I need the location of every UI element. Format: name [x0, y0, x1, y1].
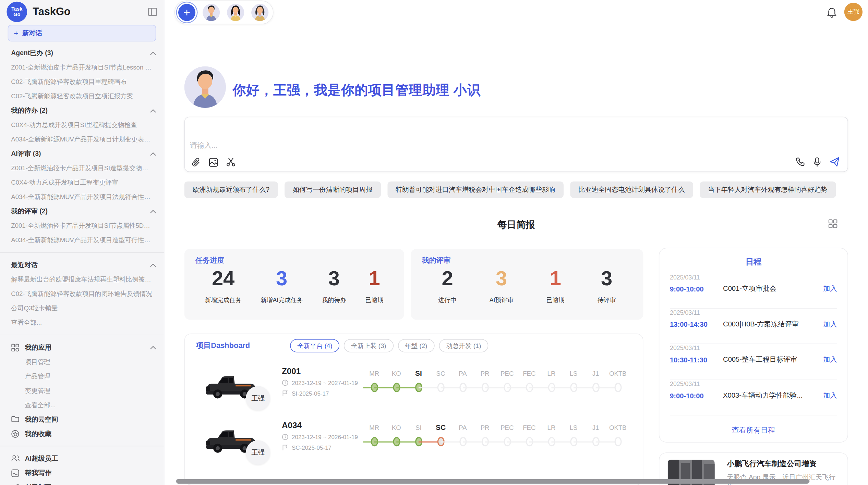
suggestion-chip[interactable]: 如何写一份清晰的项目周报: [285, 182, 381, 198]
sidebar-task-item[interactable]: A034-全新新能源MUV产品开发项目法规符合性评审: [0, 190, 164, 204]
milestone-label: PA: [452, 369, 474, 378]
sidebar-section-header[interactable]: 我的评审 (2): [0, 204, 164, 219]
schedule-title: 日程: [659, 257, 847, 267]
daily-brief-title: 每日简报: [184, 219, 848, 231]
people-icon: [11, 455, 19, 463]
phone-icon[interactable]: [796, 157, 805, 166]
project-flag-milestone: SC-2025-05-17: [282, 444, 358, 451]
chat-input-box[interactable]: 请输入...: [184, 117, 848, 172]
sidebar-task-item[interactable]: C02-飞腾新能源轻客改款项目里程碑画布: [0, 75, 164, 89]
input-left-toolbar: [192, 157, 236, 167]
tool-label: 帮我写作: [25, 468, 156, 477]
user-avatar[interactable]: 王强: [844, 3, 863, 21]
dashboard-filter-chip[interactable]: 全新上装 (3): [344, 339, 393, 352]
sidebar-app-item[interactable]: 产品管理: [0, 369, 164, 383]
event-join-link[interactable]: 加入: [823, 284, 837, 294]
project-name[interactable]: Z001: [282, 366, 358, 375]
chevron-up-icon: [150, 152, 156, 156]
project-row: 王强Z0012023-12-19 ~ 2027-01-19SI-2025-05-…: [185, 362, 643, 416]
milestone-dot-OKTB: [614, 383, 622, 392]
sidebar-task-item[interactable]: Z001-全新燃油轻卡产品开发项目SI节点属性5D文件评审: [0, 219, 164, 233]
sidebar-tool-people-icon[interactable]: AI超级员工: [0, 451, 164, 466]
notification-bell-icon[interactable]: [827, 7, 837, 18]
send-icon[interactable]: [829, 157, 840, 167]
mic-icon[interactable]: [813, 157, 822, 167]
milestone-label: FEC: [518, 369, 541, 378]
sidebar-task-item[interactable]: C0X4-动力总成开发项目SI里程碑提交物检查: [0, 118, 164, 132]
sidebar-my-apps[interactable]: 我的应用: [0, 340, 164, 355]
stat-value: 24: [205, 266, 242, 291]
sidebar-link-cloud-folder-icon[interactable]: 我的云空间: [0, 412, 164, 426]
suggestion-chip[interactable]: 欧洲新规最近颁布了什么?: [184, 182, 278, 198]
sidebar-section-header[interactable]: Agent已办 (3): [0, 46, 164, 60]
section-label: 我的应用: [25, 343, 150, 352]
view-all-schedule-link[interactable]: 查看所有日程: [659, 425, 847, 435]
cloud-folder-icon: [11, 415, 19, 423]
sidebar-recent-item[interactable]: 查看全部...: [0, 315, 164, 329]
project-owner-badge: 王强: [246, 440, 270, 464]
stat-item: 3AI预评审: [490, 266, 514, 304]
dashboard-filter-chip[interactable]: 动总开发 (1): [439, 339, 488, 352]
section-label: Agent已办 (3): [11, 48, 150, 58]
sidebar-section-header[interactable]: AI评审 (3): [0, 147, 164, 161]
stat-value: 3: [322, 266, 346, 291]
logo-text-top: Task: [11, 6, 22, 12]
suggestion-chip[interactable]: 比亚迪全固态电池计划具体说了什么: [570, 182, 693, 198]
sidebar-recent-header[interactable]: 最近对话: [0, 258, 164, 272]
sidebar-section-header[interactable]: 我的待办 (2): [0, 103, 164, 118]
sidebar-task-item[interactable]: C02-飞腾新能源轻客改款项目立项汇报方案: [0, 89, 164, 103]
sidebar-task-item[interactable]: Z001-全新燃油轻卡产品开发项目SI造型提交物评审: [0, 161, 164, 175]
suggestion-chip[interactable]: 当下年轻人对汽车外观有怎样的喜好趋势: [700, 182, 836, 198]
stat-label: 进行中: [438, 296, 456, 304]
dashboard-filter-chip[interactable]: 全新平台 (4): [290, 339, 339, 352]
schedule-card: 日程 2025/03/119:00-10:00C001-立项审批会加入2025/…: [659, 248, 848, 442]
scissors-icon[interactable]: [226, 157, 236, 167]
event-time: 9:00-10:00: [670, 392, 723, 400]
divider: [670, 344, 837, 344]
sidebar-tool-feather-icon[interactable]: 创意制图: [0, 480, 164, 485]
link-label: 我的收藏: [25, 429, 156, 438]
milestone-label: SC: [430, 423, 452, 433]
stat-item: 3新增AI完成任务: [261, 266, 303, 304]
event-join-link[interactable]: 加入: [823, 391, 837, 400]
sidebar-tool-write-image-icon[interactable]: 帮我写作: [0, 466, 164, 480]
sidebar-task-item[interactable]: A034-全新新能源MUV产品开发项目造型可行性评审: [0, 233, 164, 247]
milestone-label: SI: [408, 423, 430, 433]
sidebar-task-item[interactable]: Z001-全新燃油皮卡产品开发项目SI节点Lesson Learn报告: [0, 60, 164, 75]
layout-grid-icon[interactable]: [828, 219, 837, 228]
sidebar-app-item[interactable]: 项目管理: [0, 355, 164, 369]
sidebar-link-star-badge-icon[interactable]: 我的收藏: [0, 426, 164, 441]
milestone-label: MR: [363, 423, 385, 433]
milestone-label: OKTB: [607, 369, 629, 378]
paperclip-icon[interactable]: [192, 157, 201, 167]
divider: [0, 335, 164, 335]
sidebar-recent-item[interactable]: 解释最新出台的欧盟报废车法规再生塑料比例被调至15%...: [0, 272, 164, 287]
conversation-avatar-3[interactable]: [251, 4, 268, 21]
new-chat-button[interactable]: + 新对话: [8, 25, 156, 41]
horizontal-scrollbar[interactable]: [176, 479, 809, 484]
sidebar: Task Go TaskGo + 新对话 Agent已办 (3)Z001-全新燃…: [0, 0, 165, 485]
add-conversation-button[interactable]: +: [178, 4, 195, 21]
sidebar-app-item[interactable]: 变更管理: [0, 383, 164, 398]
event-time: 10:30-11:30: [670, 356, 723, 364]
collapse-sidebar-icon[interactable]: [148, 8, 157, 16]
link-label: 我的云空间: [25, 414, 156, 424]
sidebar-task-item[interactable]: A034-全新新能源MUV产品开发项目计划变更表编写: [0, 132, 164, 147]
section-label: AI评审 (3): [11, 149, 150, 158]
assistant-avatar: [184, 66, 226, 108]
sidebar-task-item[interactable]: C0X4-动力总成开发项目工程变更评审: [0, 175, 164, 190]
conversation-avatar-2[interactable]: [227, 4, 244, 21]
sidebar-recent-item[interactable]: C02-飞腾新能源轻客改款项目的闭环通告反馈情况: [0, 287, 164, 301]
event-join-link[interactable]: 加入: [823, 320, 837, 329]
event-join-link[interactable]: 加入: [823, 355, 837, 364]
suggestion-chip[interactable]: 特朗普可能对进口汽车增税会对中国车企造成哪些影响: [387, 182, 564, 198]
divider: [0, 252, 164, 253]
sidebar-recent-item[interactable]: 公司Q3轻卡销量: [0, 301, 164, 315]
sidebar-app-item[interactable]: 查看全部...: [0, 398, 164, 412]
image-icon[interactable]: [209, 157, 218, 166]
project-name[interactable]: A034: [282, 420, 358, 430]
dashboard-filter-chip[interactable]: 年型 (2): [398, 339, 434, 352]
conversation-avatar-1[interactable]: [203, 4, 220, 21]
milestone-track: MRKOSISCPAPRPECFECLRLSJ1OKTB: [363, 369, 629, 394]
stat-label: 已逾期: [365, 296, 383, 304]
